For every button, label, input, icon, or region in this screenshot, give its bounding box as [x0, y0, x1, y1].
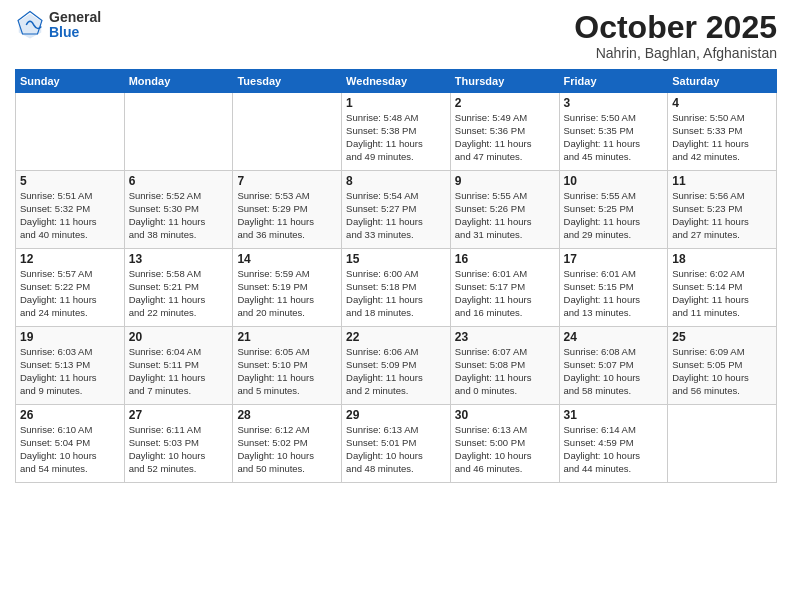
calendar-cell: 29Sunrise: 6:13 AM Sunset: 5:01 PM Dayli… [342, 405, 451, 483]
day-number: 9 [455, 174, 555, 188]
calendar-week-row: 26Sunrise: 6:10 AM Sunset: 5:04 PM Dayli… [16, 405, 777, 483]
day-number: 19 [20, 330, 120, 344]
day-number: 20 [129, 330, 229, 344]
calendar-cell: 19Sunrise: 6:03 AM Sunset: 5:13 PM Dayli… [16, 327, 125, 405]
day-number: 8 [346, 174, 446, 188]
day-info: Sunrise: 5:48 AM Sunset: 5:38 PM Dayligh… [346, 112, 446, 163]
calendar-cell: 14Sunrise: 5:59 AM Sunset: 5:19 PM Dayli… [233, 249, 342, 327]
day-number: 15 [346, 252, 446, 266]
day-info: Sunrise: 6:14 AM Sunset: 4:59 PM Dayligh… [564, 424, 664, 475]
day-number: 14 [237, 252, 337, 266]
day-number: 24 [564, 330, 664, 344]
calendar-cell: 1Sunrise: 5:48 AM Sunset: 5:38 PM Daylig… [342, 93, 451, 171]
calendar-week-row: 5Sunrise: 5:51 AM Sunset: 5:32 PM Daylig… [16, 171, 777, 249]
day-number: 4 [672, 96, 772, 110]
calendar-cell: 26Sunrise: 6:10 AM Sunset: 5:04 PM Dayli… [16, 405, 125, 483]
calendar-cell [668, 405, 777, 483]
day-info: Sunrise: 5:58 AM Sunset: 5:21 PM Dayligh… [129, 268, 229, 319]
calendar-cell: 10Sunrise: 5:55 AM Sunset: 5:25 PM Dayli… [559, 171, 668, 249]
day-info: Sunrise: 5:50 AM Sunset: 5:35 PM Dayligh… [564, 112, 664, 163]
calendar-week-row: 12Sunrise: 5:57 AM Sunset: 5:22 PM Dayli… [16, 249, 777, 327]
day-info: Sunrise: 5:53 AM Sunset: 5:29 PM Dayligh… [237, 190, 337, 241]
calendar-cell: 23Sunrise: 6:07 AM Sunset: 5:08 PM Dayli… [450, 327, 559, 405]
day-number: 23 [455, 330, 555, 344]
day-info: Sunrise: 5:57 AM Sunset: 5:22 PM Dayligh… [20, 268, 120, 319]
calendar-cell [124, 93, 233, 171]
location-title: Nahrin, Baghlan, Afghanistan [574, 45, 777, 61]
day-info: Sunrise: 6:01 AM Sunset: 5:15 PM Dayligh… [564, 268, 664, 319]
calendar-cell: 25Sunrise: 6:09 AM Sunset: 5:05 PM Dayli… [668, 327, 777, 405]
day-info: Sunrise: 5:55 AM Sunset: 5:25 PM Dayligh… [564, 190, 664, 241]
calendar-table: Sunday Monday Tuesday Wednesday Thursday… [15, 69, 777, 483]
day-number: 6 [129, 174, 229, 188]
day-number: 22 [346, 330, 446, 344]
logo-text: General Blue [49, 10, 101, 41]
logo-blue-text: Blue [49, 25, 101, 40]
day-info: Sunrise: 6:05 AM Sunset: 5:10 PM Dayligh… [237, 346, 337, 397]
calendar-cell: 31Sunrise: 6:14 AM Sunset: 4:59 PM Dayli… [559, 405, 668, 483]
day-number: 3 [564, 96, 664, 110]
calendar-cell: 4Sunrise: 5:50 AM Sunset: 5:33 PM Daylig… [668, 93, 777, 171]
day-info: Sunrise: 5:49 AM Sunset: 5:36 PM Dayligh… [455, 112, 555, 163]
day-number: 31 [564, 408, 664, 422]
day-number: 16 [455, 252, 555, 266]
calendar-week-row: 1Sunrise: 5:48 AM Sunset: 5:38 PM Daylig… [16, 93, 777, 171]
day-info: Sunrise: 5:59 AM Sunset: 5:19 PM Dayligh… [237, 268, 337, 319]
day-number: 17 [564, 252, 664, 266]
calendar-cell: 15Sunrise: 6:00 AM Sunset: 5:18 PM Dayli… [342, 249, 451, 327]
day-info: Sunrise: 5:54 AM Sunset: 5:27 PM Dayligh… [346, 190, 446, 241]
day-number: 18 [672, 252, 772, 266]
col-monday: Monday [124, 70, 233, 93]
day-number: 13 [129, 252, 229, 266]
day-info: Sunrise: 6:02 AM Sunset: 5:14 PM Dayligh… [672, 268, 772, 319]
calendar-cell: 6Sunrise: 5:52 AM Sunset: 5:30 PM Daylig… [124, 171, 233, 249]
calendar-cell: 22Sunrise: 6:06 AM Sunset: 5:09 PM Dayli… [342, 327, 451, 405]
logo-general-text: General [49, 10, 101, 25]
day-number: 27 [129, 408, 229, 422]
day-info: Sunrise: 5:50 AM Sunset: 5:33 PM Dayligh… [672, 112, 772, 163]
day-info: Sunrise: 6:04 AM Sunset: 5:11 PM Dayligh… [129, 346, 229, 397]
day-info: Sunrise: 6:01 AM Sunset: 5:17 PM Dayligh… [455, 268, 555, 319]
day-info: Sunrise: 6:11 AM Sunset: 5:03 PM Dayligh… [129, 424, 229, 475]
day-info: Sunrise: 6:07 AM Sunset: 5:08 PM Dayligh… [455, 346, 555, 397]
calendar-cell: 8Sunrise: 5:54 AM Sunset: 5:27 PM Daylig… [342, 171, 451, 249]
calendar-cell: 2Sunrise: 5:49 AM Sunset: 5:36 PM Daylig… [450, 93, 559, 171]
day-number: 28 [237, 408, 337, 422]
day-number: 25 [672, 330, 772, 344]
calendar-cell: 9Sunrise: 5:55 AM Sunset: 5:26 PM Daylig… [450, 171, 559, 249]
col-saturday: Saturday [668, 70, 777, 93]
calendar-cell: 5Sunrise: 5:51 AM Sunset: 5:32 PM Daylig… [16, 171, 125, 249]
calendar-cell: 17Sunrise: 6:01 AM Sunset: 5:15 PM Dayli… [559, 249, 668, 327]
day-info: Sunrise: 5:52 AM Sunset: 5:30 PM Dayligh… [129, 190, 229, 241]
calendar-cell: 24Sunrise: 6:08 AM Sunset: 5:07 PM Dayli… [559, 327, 668, 405]
day-number: 11 [672, 174, 772, 188]
day-info: Sunrise: 6:08 AM Sunset: 5:07 PM Dayligh… [564, 346, 664, 397]
day-number: 29 [346, 408, 446, 422]
logo: General Blue [15, 10, 101, 41]
logo-icon [15, 10, 45, 40]
page-container: General Blue October 2025 Nahrin, Baghla… [0, 0, 792, 493]
day-info: Sunrise: 6:13 AM Sunset: 5:01 PM Dayligh… [346, 424, 446, 475]
day-info: Sunrise: 6:00 AM Sunset: 5:18 PM Dayligh… [346, 268, 446, 319]
day-number: 12 [20, 252, 120, 266]
day-info: Sunrise: 5:56 AM Sunset: 5:23 PM Dayligh… [672, 190, 772, 241]
calendar-cell [16, 93, 125, 171]
calendar-week-row: 19Sunrise: 6:03 AM Sunset: 5:13 PM Dayli… [16, 327, 777, 405]
day-info: Sunrise: 6:12 AM Sunset: 5:02 PM Dayligh… [237, 424, 337, 475]
day-info: Sunrise: 6:09 AM Sunset: 5:05 PM Dayligh… [672, 346, 772, 397]
calendar-body: 1Sunrise: 5:48 AM Sunset: 5:38 PM Daylig… [16, 93, 777, 483]
calendar-cell: 18Sunrise: 6:02 AM Sunset: 5:14 PM Dayli… [668, 249, 777, 327]
day-number: 21 [237, 330, 337, 344]
day-number: 2 [455, 96, 555, 110]
day-info: Sunrise: 6:06 AM Sunset: 5:09 PM Dayligh… [346, 346, 446, 397]
col-wednesday: Wednesday [342, 70, 451, 93]
day-number: 30 [455, 408, 555, 422]
calendar-cell: 7Sunrise: 5:53 AM Sunset: 5:29 PM Daylig… [233, 171, 342, 249]
calendar-cell: 28Sunrise: 6:12 AM Sunset: 5:02 PM Dayli… [233, 405, 342, 483]
day-number: 26 [20, 408, 120, 422]
day-info: Sunrise: 6:13 AM Sunset: 5:00 PM Dayligh… [455, 424, 555, 475]
day-info: Sunrise: 5:51 AM Sunset: 5:32 PM Dayligh… [20, 190, 120, 241]
col-tuesday: Tuesday [233, 70, 342, 93]
month-title: October 2025 [574, 10, 777, 45]
col-friday: Friday [559, 70, 668, 93]
